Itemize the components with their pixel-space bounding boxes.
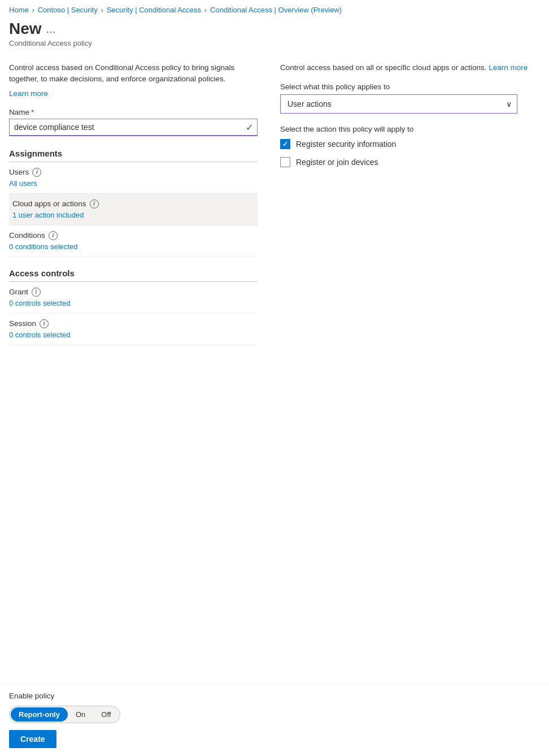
breadcrumb: Home › Contoso | Security › Security | C… <box>0 0 549 18</box>
grant-header: Grant i <box>9 288 258 297</box>
breadcrumb-sep-3: › <box>204 6 207 14</box>
users-label: Users <box>9 168 29 176</box>
users-value[interactable]: All users <box>9 179 258 188</box>
conditions-value[interactable]: 0 conditions selected <box>9 242 258 251</box>
register-join-devices-label: Register or join devices <box>296 158 378 167</box>
conditions-info-icon[interactable]: i <box>49 231 58 240</box>
cloud-apps-assignment-item[interactable]: Cloud apps or actions i 1 user action in… <box>9 194 258 225</box>
page-ellipsis-menu[interactable]: ... <box>46 23 56 36</box>
assignments-section-header: Assignments <box>9 149 258 162</box>
required-indicator: * <box>31 108 34 116</box>
access-controls-title: Access controls <box>9 268 75 278</box>
right-column: Control access based on all or specific … <box>280 62 540 345</box>
action-select-label: Select the action this policy will apply… <box>280 125 540 133</box>
cloud-apps-label: Cloud apps or actions <box>12 199 86 208</box>
register-security-info-checkbox[interactable] <box>280 139 290 149</box>
register-join-devices-checkbox[interactable] <box>280 157 290 167</box>
breadcrumb-security-ca[interactable]: Security | Conditional Access <box>107 6 201 14</box>
register-join-devices-row[interactable]: Register or join devices <box>280 157 540 167</box>
page-subtitle: Conditional Access policy <box>9 39 540 47</box>
grant-assignment-item[interactable]: Grant i 0 controls selected <box>9 282 258 314</box>
left-learn-more[interactable]: Learn more <box>9 89 48 98</box>
users-info-icon[interactable]: i <box>32 168 41 177</box>
create-button[interactable]: Create <box>9 730 56 748</box>
conditions-header: Conditions i <box>9 231 258 240</box>
breadcrumb-contoso-security[interactable]: Contoso | Security <box>38 6 98 14</box>
cloud-apps-header: Cloud apps or actions i <box>12 199 254 208</box>
name-input[interactable] <box>9 119 258 136</box>
enable-policy-label: Enable policy <box>9 692 540 700</box>
breadcrumb-home[interactable]: Home <box>9 6 29 14</box>
register-security-info-row[interactable]: Register security information <box>280 139 540 149</box>
right-description: Control access based on all or specific … <box>280 62 540 73</box>
conditions-assignment-item[interactable]: Conditions i 0 conditions selected <box>9 225 258 257</box>
toggle-on[interactable]: On <box>68 707 93 722</box>
breadcrumb-ca-overview[interactable]: Conditional Access | Overview (Preview) <box>210 6 342 14</box>
access-controls-header: Access controls <box>9 268 258 282</box>
right-learn-more[interactable]: Learn more <box>489 63 528 72</box>
grant-info-icon[interactable]: i <box>32 288 41 297</box>
users-assignment-item[interactable]: Users i All users <box>9 162 258 194</box>
assignments-title: Assignments <box>9 149 62 158</box>
input-valid-icon: ✓ <box>246 122 253 133</box>
toggle-report-only[interactable]: Report-only <box>11 707 68 722</box>
breadcrumb-sep-1: › <box>32 6 34 14</box>
breadcrumb-sep-2: › <box>101 6 103 14</box>
left-column: Control access based on Conditional Acce… <box>9 62 258 345</box>
name-field-group: Name * ✓ <box>9 108 258 136</box>
session-assignment-item[interactable]: Session i 0 controls selected <box>9 314 258 345</box>
session-header: Session i <box>9 319 258 328</box>
session-info-icon[interactable]: i <box>40 319 49 328</box>
grant-value[interactable]: 0 controls selected <box>9 299 258 307</box>
conditions-label: Conditions <box>9 231 45 240</box>
session-value[interactable]: 0 controls selected <box>9 331 258 339</box>
policy-toggle-pill[interactable]: Report-only On Off <box>9 706 120 723</box>
left-description: Control access based on Conditional Acce… <box>9 62 258 85</box>
cloud-apps-value[interactable]: 1 user action included <box>12 211 254 219</box>
users-header: Users i <box>9 168 258 177</box>
main-content: Control access based on Conditional Acce… <box>0 53 549 345</box>
register-security-info-label: Register security information <box>296 140 396 149</box>
toggle-off[interactable]: Off <box>93 707 119 722</box>
page-title: New <box>9 20 42 38</box>
page-header: New ... Conditional Access policy <box>0 18 549 53</box>
policy-toggle-row: Report-only On Off <box>9 706 540 723</box>
name-input-wrapper: ✓ <box>9 119 258 136</box>
policy-applies-to-dropdown[interactable]: Cloud apps User actions Authentication c… <box>280 94 517 114</box>
cloud-apps-info-icon[interactable]: i <box>90 199 99 208</box>
name-label: Name * <box>9 108 258 116</box>
policy-applies-to-dropdown-wrapper: Cloud apps User actions Authentication c… <box>280 94 517 114</box>
select-policy-label: Select what this policy applies to <box>280 82 540 91</box>
session-label: Session <box>9 319 36 328</box>
right-description-text: Control access based on all or specific … <box>280 63 486 72</box>
bottom-bar: Enable policy Report-only On Off Create <box>0 683 549 756</box>
grant-label: Grant <box>9 288 28 296</box>
access-controls-section: Access controls Grant i 0 controls selec… <box>9 268 258 345</box>
